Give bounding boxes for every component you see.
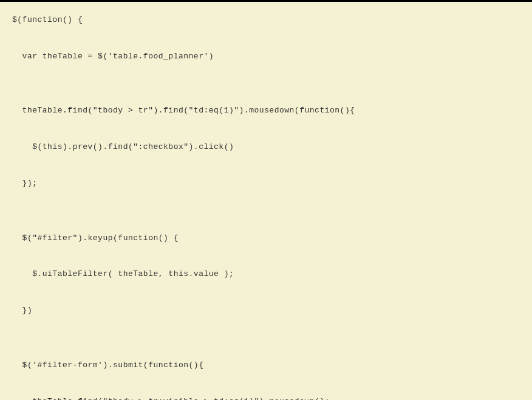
code-block-container: $(function() { var theTable = $('table.f… xyxy=(0,2,532,400)
code-block: $(function() { var theTable = $('table.f… xyxy=(12,11,520,400)
